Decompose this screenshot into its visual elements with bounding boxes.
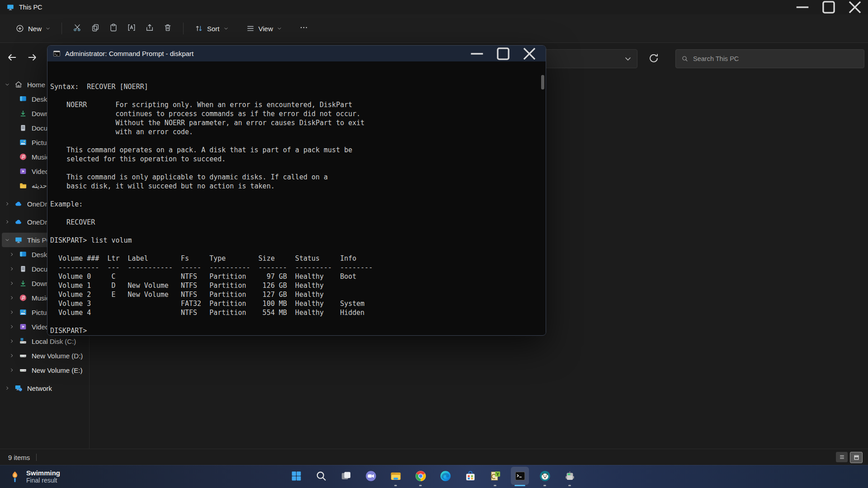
taskbar-lambda-app-button[interactable] [486, 467, 504, 485]
details-view-button[interactable] [836, 452, 848, 462]
screen: This PC New Sort [0, 0, 868, 488]
chevron-right-icon[interactable] [8, 251, 15, 258]
chevron-right-icon[interactable] [4, 218, 11, 225]
taskbar-chrome-button[interactable] [411, 467, 429, 485]
back-button[interactable] [6, 52, 18, 63]
taskbar-dog-app-button[interactable] [536, 467, 554, 485]
running-indicator [394, 485, 397, 486]
lambda-app-icon [489, 470, 501, 482]
sidebar-item[interactable]: Local Disk (C:) [2, 334, 87, 348]
taskbar-edge-button[interactable] [436, 467, 454, 485]
search-input[interactable] [692, 55, 864, 63]
large-icons-view-button[interactable] [850, 452, 863, 463]
chevron-right-icon[interactable] [8, 366, 15, 374]
chevron-right-icon[interactable] [8, 338, 15, 345]
cmd-scrollbar-thumb[interactable] [541, 75, 544, 89]
taskbar-start-button[interactable] [287, 467, 305, 485]
plus-circle-icon [15, 24, 24, 33]
sidebar-item-label: Local Disk (C:) [32, 338, 76, 345]
taskbar-chat-button[interactable] [362, 467, 380, 485]
copy-button[interactable] [86, 20, 104, 37]
chevron-spacer [8, 168, 15, 175]
cmd-window-title: Administrator: Command Prompt - diskpart [65, 50, 193, 57]
disk-icon [19, 352, 27, 360]
sidebar-item[interactable]: New Volume (E:) [2, 363, 87, 377]
taskview-icon [340, 470, 352, 482]
view-button[interactable]: View [241, 21, 287, 36]
minimize-button[interactable] [789, 0, 816, 14]
chevron-spacer [8, 182, 15, 189]
sort-label: Sort [207, 25, 220, 33]
running-indicator [543, 485, 546, 486]
cmd-console[interactable]: Syntax: RECOVER [NOERR] NOERR For script… [47, 61, 546, 335]
paste-button[interactable] [104, 20, 123, 37]
download-icon [19, 109, 27, 117]
chevron-down-icon[interactable] [623, 54, 632, 63]
disk-os-icon [19, 337, 27, 345]
taskbar-search-button[interactable] [312, 467, 330, 485]
network-icon [14, 384, 23, 392]
chrome-icon [415, 470, 427, 482]
cmd-close-button[interactable] [516, 46, 542, 61]
chevron-spacer [8, 139, 15, 146]
window-title: This PC [19, 4, 42, 11]
dog-app-icon [539, 470, 551, 482]
taskbar-store-button[interactable] [461, 467, 479, 485]
search-icon [315, 470, 327, 482]
picture-icon [19, 308, 27, 316]
widgets-button[interactable]: Swimming Final result [4, 466, 65, 487]
chevron-right-icon[interactable] [4, 385, 11, 392]
desktop-icon [19, 95, 27, 103]
new-button[interactable]: New [11, 21, 55, 36]
cmd-minimize-button[interactable] [464, 46, 490, 61]
chevron-right-icon[interactable] [8, 280, 15, 287]
cmd-titlebar[interactable]: Administrator: Command Prompt - diskpart [47, 46, 546, 61]
chevron-right-icon[interactable] [8, 352, 15, 359]
monitor-icon [14, 236, 23, 244]
delete-button[interactable] [159, 20, 177, 37]
console-text[interactable]: Syntax: RECOVER [NOERR] NOERR For script… [47, 61, 546, 335]
sidebar-item-label: حديثه [32, 182, 47, 190]
rename-button[interactable] [123, 20, 141, 37]
folder-icon [19, 182, 27, 190]
chevron-right-icon[interactable] [8, 323, 15, 330]
cloud-icon [14, 200, 23, 208]
taskbar-terminal-button[interactable] [511, 467, 529, 485]
share-button[interactable] [141, 20, 159, 37]
chevron-spacer [8, 110, 15, 117]
close-button[interactable] [842, 0, 868, 14]
cloud-icon [14, 218, 23, 226]
taskbar-robot-app-button[interactable] [561, 467, 579, 485]
sidebar-item[interactable]: New Volume (D:) [2, 348, 87, 363]
cmd-maximize-button[interactable] [490, 46, 516, 61]
widget-title: Swimming [26, 469, 60, 477]
toolbar-divider [183, 23, 184, 34]
chevron-down-icon [223, 25, 229, 33]
chevron-right-icon[interactable] [8, 309, 15, 316]
chevron-right-icon[interactable] [8, 294, 15, 301]
sidebar-item[interactable]: Network [2, 381, 87, 395]
explorer-statusbar: 9 items [0, 449, 868, 465]
copy-icon [91, 23, 100, 34]
maximize-button[interactable] [816, 0, 842, 14]
video-icon [19, 167, 27, 175]
chevron-down-icon[interactable] [4, 81, 11, 88]
more-options-button[interactable] [295, 20, 313, 37]
cut-button[interactable] [68, 20, 86, 37]
items-count: 9 items [8, 454, 30, 461]
explorer-titlebar[interactable]: This PC [0, 0, 868, 14]
refresh-button[interactable] [647, 49, 660, 67]
forward-button[interactable] [26, 52, 38, 63]
chevron-spacer [8, 153, 15, 160]
disk-icon [19, 366, 27, 374]
taskbar-explorer-button[interactable] [387, 467, 405, 485]
paste-icon [109, 23, 118, 34]
explorer-icon [390, 470, 402, 482]
chevron-down-icon[interactable] [4, 236, 11, 244]
sort-button[interactable]: Sort [190, 21, 233, 36]
chevron-right-icon[interactable] [8, 265, 15, 272]
music-icon [19, 294, 27, 302]
chevron-right-icon[interactable] [4, 200, 11, 207]
sort-arrows-icon [194, 24, 203, 33]
taskbar-taskview-button[interactable] [337, 467, 355, 485]
